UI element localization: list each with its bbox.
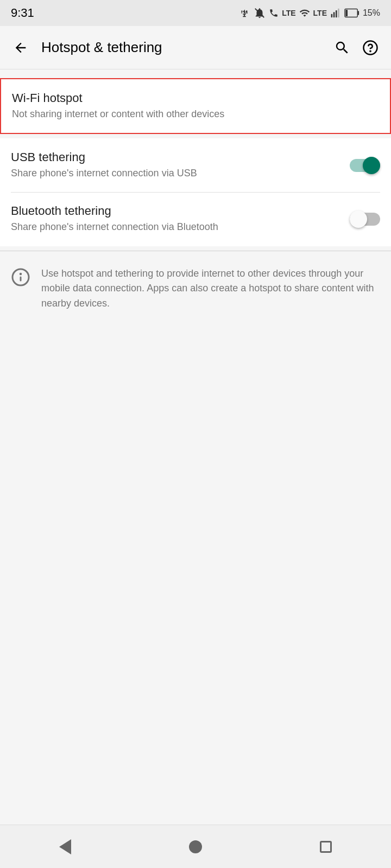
bluetooth-tethering-subtitle: Share phone's internet connection via Bl…: [11, 220, 350, 234]
bluetooth-tethering-toggle[interactable]: [350, 210, 380, 228]
nav-bar: [0, 825, 391, 868]
signal-icon: [299, 7, 310, 19]
nav-back-button[interactable]: [49, 831, 81, 863]
nav-back-icon: [59, 839, 71, 854]
help-icon: [362, 40, 379, 56]
search-icon: [334, 40, 350, 56]
battery-icon: [344, 7, 360, 19]
usb-tethering-subtitle: Share phone's internet connection via US…: [11, 167, 350, 180]
info-text: Use hotspot and tethering to provide int…: [41, 266, 380, 312]
wifi-hotspot-subtitle: Not sharing internet or content with oth…: [12, 107, 379, 121]
back-button[interactable]: [9, 36, 33, 60]
section-divider: [0, 251, 391, 251]
status-icons: LTE LTE 15%: [238, 7, 380, 19]
lte2-label: LTE: [313, 9, 327, 17]
bluetooth-tethering-item[interactable]: Bluetooth tethering Share phone's intern…: [0, 192, 391, 246]
wifi-hotspot-title: Wi-Fi hotspot: [12, 91, 379, 105]
usb-icon: [238, 7, 250, 19]
battery-percent: 15%: [363, 8, 380, 18]
wifi-hotspot-item[interactable]: Wi-Fi hotspot Not sharing internet or co…: [0, 78, 391, 134]
nav-recents-icon: [320, 841, 332, 853]
back-arrow-icon: [13, 40, 28, 55]
lte-label: LTE: [282, 9, 295, 17]
bluetooth-tethering-title: Bluetooth tethering: [11, 204, 350, 218]
svg-rect-7: [345, 10, 348, 16]
usb-tethering-text: USB tethering Share phone's internet con…: [11, 150, 350, 180]
usb-tethering-title: USB tethering: [11, 150, 350, 164]
help-button[interactable]: [358, 36, 382, 60]
svg-rect-3: [336, 10, 337, 17]
svg-point-9: [370, 50, 370, 51]
svg-rect-6: [357, 11, 359, 15]
signal2-icon: [330, 7, 341, 19]
search-button[interactable]: [330, 36, 354, 60]
nav-home-button[interactable]: [179, 831, 212, 863]
info-section: Use hotspot and tethering to provide int…: [0, 253, 391, 325]
bluetooth-toggle-thumb: [350, 210, 367, 228]
phone-icon: [269, 7, 279, 19]
app-bar: Hotspot & tethering: [0, 26, 391, 69]
svg-rect-4: [338, 9, 339, 18]
tethering-group: USB tethering Share phone's internet con…: [0, 138, 391, 246]
notification-icon: [254, 7, 266, 19]
usb-tethering-toggle[interactable]: [350, 157, 380, 174]
app-bar-actions: [330, 36, 382, 60]
usb-toggle-thumb: [363, 157, 380, 174]
nav-home-icon: [189, 840, 202, 853]
bluetooth-tethering-text: Bluetooth tethering Share phone's intern…: [11, 204, 350, 234]
info-icon: [11, 267, 30, 287]
nav-recents-button[interactable]: [310, 831, 342, 863]
settings-content: Wi-Fi hotspot Not sharing internet or co…: [0, 69, 391, 825]
usb-tethering-item[interactable]: USB tethering Share phone's internet con…: [0, 138, 391, 192]
svg-rect-2: [333, 12, 335, 17]
status-bar: 9:31 LTE LTE: [0, 0, 391, 26]
svg-rect-1: [331, 14, 333, 18]
page-title: Hotspot & tethering: [41, 39, 321, 56]
status-time: 9:31: [11, 6, 34, 20]
